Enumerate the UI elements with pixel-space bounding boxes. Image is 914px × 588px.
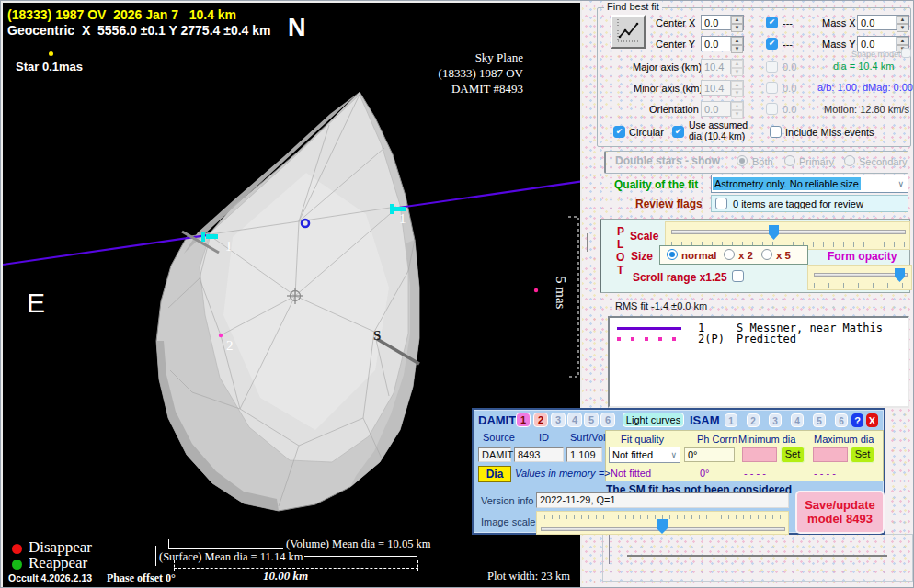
- close-button[interactable]: X: [866, 413, 878, 427]
- min-dia-value-box[interactable]: [742, 447, 777, 462]
- star-label: Star 0.1mas: [16, 60, 83, 74]
- damit-tab-5[interactable]: 5: [584, 413, 599, 427]
- minor-axis-spinner[interactable]: ▲▼: [730, 81, 743, 95]
- orientation-checkbox[interactable]: [766, 103, 778, 115]
- use-assumed-checkbox[interactable]: [672, 126, 684, 138]
- damit-tab-1[interactable]: 1: [516, 413, 531, 427]
- include-miss-checkbox[interactable]: [770, 126, 782, 138]
- minor-axis-checkbox[interactable]: [766, 82, 778, 94]
- size-x2-label: x 2: [738, 250, 753, 261]
- memory-min-value: - - - -: [744, 468, 766, 479]
- light-curves-button[interactable]: Light curves: [623, 413, 684, 427]
- north-label: N: [288, 14, 306, 42]
- form-opacity-slider-thumb[interactable]: [895, 268, 905, 282]
- minor-axis-input[interactable]: 10.4 ▲▼: [701, 80, 744, 96]
- help-button[interactable]: ?: [851, 413, 863, 427]
- damit-tab-6[interactable]: 6: [600, 413, 615, 427]
- dia-readout: dia = 10.4 km: [833, 61, 894, 72]
- double-both-radio[interactable]: [737, 155, 748, 166]
- center-x-checkbox[interactable]: [766, 17, 778, 28]
- sky-plane-caption: Sky Plane (18333) 1987 OV DAMIT #8493: [380, 50, 523, 96]
- circular-checkbox[interactable]: [613, 126, 625, 138]
- legend-line-1-swatch: [617, 327, 681, 330]
- double-stars-label: Double stars - show: [615, 154, 720, 167]
- damit-tab-3[interactable]: 3: [551, 413, 566, 427]
- damit-tab-2[interactable]: 2: [533, 413, 548, 427]
- fit-quality-dropdown[interactable]: Not fitted ∨: [609, 447, 680, 463]
- center-x-spinner[interactable]: ▲▼: [730, 16, 743, 29]
- center-x-input[interactable]: 0.0 ▲▼: [701, 15, 744, 30]
- center-y-checkbox[interactable]: [766, 38, 778, 50]
- chord-label-2: 2: [226, 338, 234, 353]
- double-secondary-label: Secondary: [859, 156, 908, 167]
- size-label: Size: [631, 250, 653, 263]
- isam-tab-4[interactable]: 4: [791, 413, 804, 427]
- center-y-input[interactable]: 0.0 ▲▼: [701, 36, 744, 51]
- version-info-input[interactable]: 2022-11-29, Q=1: [536, 492, 789, 508]
- double-secondary-radio[interactable]: [844, 155, 855, 166]
- quality-chevron-icon: ∨: [897, 179, 908, 188]
- find-best-fit-label: Find best fit: [604, 1, 662, 12]
- legend-line-2-swatch: [617, 337, 681, 341]
- scroll-range-checkbox[interactable]: [732, 270, 744, 282]
- id-value-box[interactable]: 8493: [514, 447, 564, 462]
- max-dia-set-button[interactable]: Set: [851, 447, 874, 463]
- major-axis-aux: 0.0: [783, 62, 796, 73]
- review-flags-checkbox[interactable]: [715, 198, 727, 209]
- shape-model-checkbox[interactable]: [901, 48, 911, 58]
- mass-x-spinner[interactable]: ▲▼: [896, 16, 908, 29]
- save-update-button[interactable]: Save/update model 8493: [795, 491, 885, 534]
- star-dot: [49, 51, 53, 56]
- major-axis-checkbox[interactable]: [766, 61, 778, 73]
- max-dia-value-box[interactable]: [813, 447, 848, 462]
- occult-version: Occult 4.2026.2.13: [8, 572, 92, 583]
- chord-path-right: [395, 182, 580, 209]
- dia-button[interactable]: Dia: [478, 466, 511, 482]
- bottom-vertical-line: [609, 532, 610, 564]
- double-both-label: Both: [752, 156, 773, 167]
- plot-title: (18333) 1987 OV 2026 Jan 7 10.4 km: [7, 7, 236, 22]
- orientation-input[interactable]: 0.0 ▲▼: [701, 101, 744, 117]
- scalebar-tick-left: [174, 560, 176, 571]
- form-opacity-slider-track[interactable]: [814, 273, 908, 277]
- size-x5-radio[interactable]: [761, 249, 772, 260]
- isam-tab-5[interactable]: 5: [813, 413, 826, 427]
- reappear-label: Reappear: [29, 554, 87, 572]
- sky-plane-line2: (18333) 1987 OV: [380, 65, 523, 81]
- mas-bracket: [568, 217, 578, 377]
- damit-tab-4[interactable]: 4: [567, 413, 582, 427]
- major-axis-spinner[interactable]: ▲▼: [730, 60, 743, 74]
- fit-chart-button[interactable]: [611, 15, 646, 49]
- shape-model-label: Shape model: [851, 50, 900, 59]
- size-normal-radio[interactable]: [667, 249, 678, 260]
- isam-title: ISAM: [690, 413, 720, 427]
- major-axis-input[interactable]: 10.4 ▲▼: [701, 59, 744, 74]
- scale-slider-thumb[interactable]: [769, 225, 779, 240]
- surface-bracket-tick-left: [155, 546, 156, 566]
- double-primary-radio[interactable]: [784, 155, 795, 166]
- memory-fit-value: Not fitted: [611, 468, 651, 479]
- max-dia-col-label: Maximum dia: [814, 434, 874, 445]
- scroll-range-label: Scroll range x1.25: [633, 271, 727, 284]
- isam-tab-6[interactable]: 6: [835, 413, 848, 427]
- quality-dropdown[interactable]: Astrometry only. No reliable size ∨: [711, 175, 908, 193]
- panel-divider-tick: [587, 233, 588, 252]
- isam-tab-2[interactable]: 2: [747, 413, 760, 427]
- quality-label: Quality of the fit: [614, 178, 698, 191]
- predicted-point-right: [534, 288, 538, 292]
- surfvol-value-box: 1.109: [566, 447, 602, 462]
- scale-slider-track[interactable]: [671, 230, 906, 234]
- center-y-spinner[interactable]: ▲▼: [730, 37, 743, 51]
- min-dia-set-button[interactable]: Set: [781, 447, 805, 463]
- size-x2-radio[interactable]: [724, 249, 735, 260]
- scalebar-label: 10.00 km: [263, 569, 308, 583]
- isam-tab-1[interactable]: 1: [725, 413, 737, 427]
- mass-x-input[interactable]: 0.0 ▲▼: [857, 15, 909, 30]
- chord-label-1-left: 1: [225, 239, 233, 254]
- source-col-label: Source: [483, 432, 515, 443]
- orientation-spinner[interactable]: ▲▼: [730, 102, 743, 116]
- image-scale-slider-thumb[interactable]: [657, 519, 668, 534]
- ph-corrn-value-box[interactable]: 0°: [684, 447, 735, 462]
- isam-tab-3[interactable]: 3: [769, 413, 782, 427]
- id-col-label: ID: [539, 432, 549, 443]
